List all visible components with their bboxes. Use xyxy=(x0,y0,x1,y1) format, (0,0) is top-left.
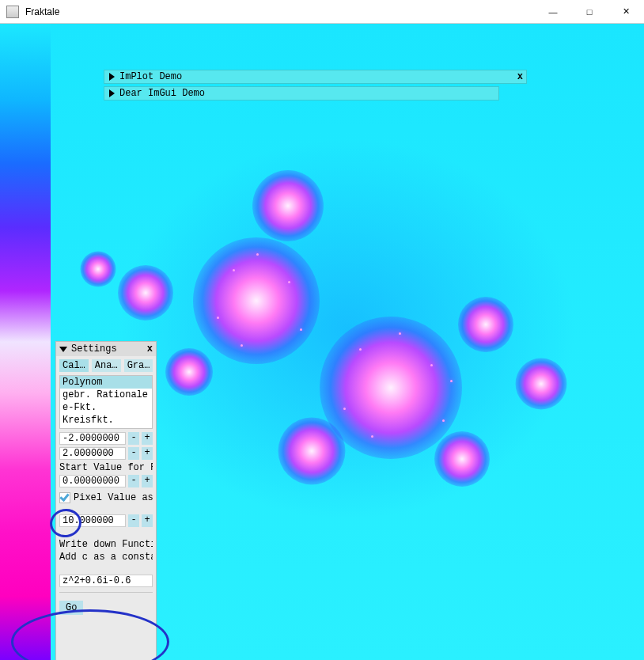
settings-close[interactable]: x xyxy=(147,343,153,355)
triangle-right-icon xyxy=(109,89,115,97)
pixel-value-label: Pixel Value as xyxy=(74,492,153,503)
tab-cal[interactable]: Cal… xyxy=(59,359,89,372)
triangle-right-icon xyxy=(109,73,115,81)
range-min-decrement[interactable]: - xyxy=(128,432,139,445)
settings-tabs: Cal… Ana… Gra… xyxy=(59,359,153,372)
maximize-button[interactable]: □ xyxy=(571,0,608,24)
colormap-strip xyxy=(0,24,51,660)
start-value-decrement[interactable]: - xyxy=(128,475,139,487)
list-item[interactable]: gebr. Rationale xyxy=(60,389,152,401)
iterations-decrement[interactable]: - xyxy=(128,514,139,527)
range-max-increment[interactable]: + xyxy=(142,447,153,460)
implot-demo-header[interactable]: ImPlot Demo x xyxy=(104,70,527,84)
range-min-input[interactable]: -2.0000000 xyxy=(59,432,126,445)
dearimgui-demo-label: Dear ImGui Demo xyxy=(119,88,205,99)
check-icon xyxy=(59,492,70,503)
window-title: Fraktale xyxy=(25,6,59,17)
tab-ana[interactable]: Ana… xyxy=(92,359,121,372)
client-area: ImPlot Demo x Dear ImGui Demo Settings x… xyxy=(0,24,644,660)
settings-window[interactable]: Settings x Cal… Ana… Gra… Polynom gebr. … xyxy=(55,341,157,660)
instruction-line-1: Write down Functi xyxy=(59,539,153,550)
formula-input[interactable]: z^2+0.6i-0.6 xyxy=(59,575,153,587)
start-value-label: Start Value for Re xyxy=(59,462,153,473)
list-item[interactable]: beliebige Fkt xyxy=(60,427,152,429)
implot-demo-close[interactable]: x xyxy=(517,71,523,82)
list-item[interactable]: Kreisfkt. xyxy=(60,414,152,427)
iterations-input[interactable]: 10.000000 xyxy=(59,514,126,527)
tab-gra[interactable]: Gra… xyxy=(124,359,153,372)
close-button[interactable]: ✕ xyxy=(608,0,644,24)
function-type-listbox[interactable]: Polynom gebr. Rationale e-Fkt. Kreisfkt.… xyxy=(59,375,153,429)
iterations-increment[interactable]: + xyxy=(142,514,153,527)
dearimgui-demo-header[interactable]: Dear ImGui Demo xyxy=(104,86,499,101)
range-max-decrement[interactable]: - xyxy=(128,447,139,460)
implot-demo-label: ImPlot Demo xyxy=(119,71,182,82)
list-item[interactable]: e-Fkt. xyxy=(60,401,152,414)
settings-title-text: Settings xyxy=(71,343,117,355)
app-icon xyxy=(6,6,19,18)
pixel-value-checkbox[interactable]: Pixel Value as xyxy=(59,492,153,503)
settings-titlebar[interactable]: Settings x xyxy=(56,342,156,356)
window-titlebar: Fraktale — □ ✕ xyxy=(0,0,644,24)
instruction-line-2: Add c as a constan xyxy=(59,552,153,563)
list-item[interactable]: Polynom xyxy=(60,376,152,389)
start-value-input[interactable]: 0.00000000 xyxy=(59,475,126,487)
go-button[interactable]: Go xyxy=(59,601,83,615)
start-value-increment[interactable]: + xyxy=(142,475,153,487)
minimize-button[interactable]: — xyxy=(535,0,571,24)
range-max-input[interactable]: 2.0000000 xyxy=(59,447,126,460)
range-min-increment[interactable]: + xyxy=(142,432,153,445)
triangle-down-icon xyxy=(59,347,67,352)
